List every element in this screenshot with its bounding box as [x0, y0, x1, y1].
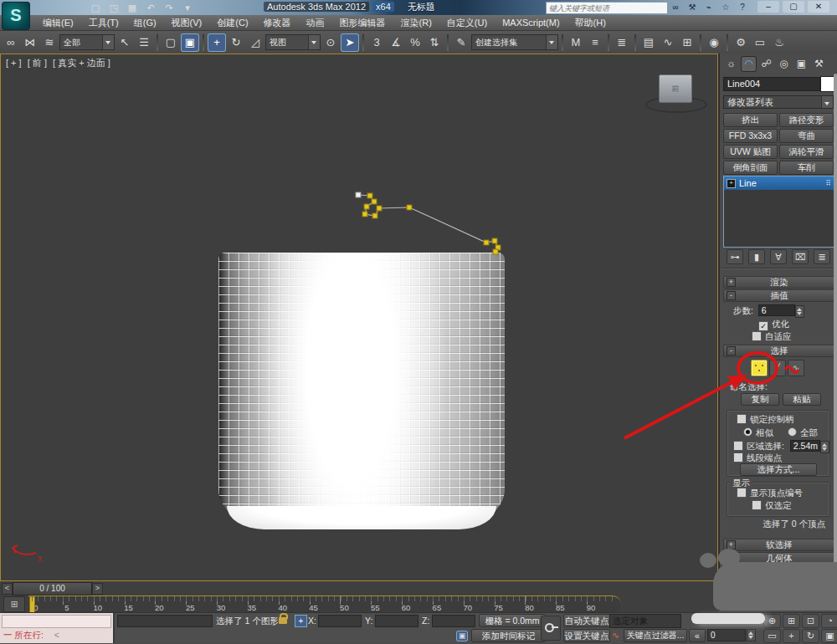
orbit-icon[interactable]: ↻: [802, 629, 819, 643]
spline-vertex[interactable]: [362, 212, 367, 217]
menu-maxscript[interactable]: MAXScript(M): [495, 18, 567, 28]
menu-edit[interactable]: 编辑(E): [35, 17, 81, 29]
absolute-mode-icon[interactable]: +: [295, 615, 307, 627]
select-and-scale-icon[interactable]: ◿: [246, 33, 264, 52]
use-pivot-center-icon[interactable]: ⊙: [321, 33, 340, 52]
key-filters-button[interactable]: 关键点过滤器...: [624, 629, 687, 642]
menu-animation[interactable]: 动画: [299, 17, 332, 29]
prev-frame-button[interactable]: <: [2, 583, 13, 595]
minimize-icon[interactable]: –: [757, 1, 779, 13]
zoom-all-icon[interactable]: ⊞: [783, 614, 800, 628]
keyboard-override-icon[interactable]: ✎: [452, 33, 470, 52]
select-and-move-icon[interactable]: +: [208, 33, 226, 52]
area-threshold-field[interactable]: 2.54m: [790, 440, 820, 452]
close-icon[interactable]: ✕: [808, 1, 829, 13]
modifier-button-7[interactable]: 车削: [779, 161, 834, 175]
fov-icon[interactable]: ◔: [821, 614, 837, 628]
angle-snap-icon[interactable]: ∡: [387, 33, 405, 52]
show-vertex-numbers-checkbox[interactable]: [737, 488, 747, 498]
rollout-soft-selection[interactable]: + 软选择: [723, 539, 835, 551]
communication-icon[interactable]: ⌁: [703, 1, 715, 13]
optimize-checkbox[interactable]: ✓: [758, 321, 768, 331]
transform-z-field[interactable]: [432, 615, 475, 627]
menu-help[interactable]: 帮助(H): [567, 17, 614, 29]
modifier-button-3[interactable]: 弯曲: [779, 129, 834, 143]
spline-first-vertex[interactable]: [356, 192, 361, 197]
vertex-subobject-button[interactable]: [751, 360, 768, 376]
render-setup-icon[interactable]: ⚙: [732, 33, 750, 52]
wrench-icon[interactable]: ⚒: [686, 1, 698, 13]
redo-icon[interactable]: ↷: [162, 1, 177, 14]
panel-scrollbar[interactable]: [834, 74, 837, 580]
select-and-manipulate-icon[interactable]: ➤: [341, 33, 359, 52]
transform-x-field[interactable]: [318, 615, 362, 627]
spline-vertex[interactable]: [493, 249, 498, 254]
menu-modifiers[interactable]: 修改器: [256, 17, 299, 29]
remove-modifier-icon[interactable]: ⌧: [792, 249, 809, 264]
tab-display-icon[interactable]: ▣: [793, 56, 809, 72]
time-cursor[interactable]: [29, 596, 35, 613]
default-in-out-curve-icon[interactable]: ∿: [612, 630, 619, 640]
window-crossing-icon[interactable]: ▣: [181, 33, 199, 52]
track-bar[interactable]: 051015202530354045505560657075808590: [28, 595, 621, 613]
spline-vertex[interactable]: [492, 238, 497, 243]
select-by-name-icon[interactable]: ☰: [135, 33, 153, 52]
percent-snap-icon[interactable]: %: [406, 33, 424, 52]
tab-modify-icon[interactable]: ◠: [741, 56, 757, 72]
zoom-extents-icon[interactable]: ⊡: [802, 614, 819, 628]
menu-rendering[interactable]: 渲染(R): [393, 17, 439, 29]
set-keys-button[interactable]: [541, 616, 561, 641]
spline-vertex[interactable]: [484, 240, 489, 245]
all-radio[interactable]: [788, 427, 797, 437]
selected-objects-dropdown[interactable]: 选定对象: [609, 614, 681, 628]
pan-icon[interactable]: +: [783, 629, 800, 643]
rollout-state[interactable]: -: [727, 346, 736, 355]
spline-vertex[interactable]: [367, 193, 372, 198]
selection-filter-dropdown[interactable]: 全部: [59, 34, 115, 50]
maximize-viewport-icon[interactable]: ▣: [821, 629, 837, 643]
transform-y-field[interactable]: [375, 615, 418, 627]
menu-graph-editors[interactable]: 图形编辑器: [332, 17, 393, 29]
3dsmax-logo[interactable]: S: [2, 2, 30, 30]
next-frame-button[interactable]: >: [92, 583, 103, 595]
copy-button[interactable]: 复制: [741, 393, 779, 406]
mirror-icon[interactable]: M: [567, 33, 585, 52]
select-object-icon[interactable]: ↖: [116, 33, 134, 52]
menu-tools[interactable]: 工具(T): [81, 17, 126, 29]
add-time-tag[interactable]: 添加时间标记: [471, 629, 546, 642]
zoom-region-icon[interactable]: ▭: [763, 629, 781, 643]
modifier-button-0[interactable]: 挤出: [723, 113, 778, 127]
editable-spline[interactable]: [1, 54, 718, 581]
make-unique-icon[interactable]: ∀: [770, 249, 787, 264]
menu-group[interactable]: 组(G): [126, 17, 164, 29]
steps-spinner[interactable]: [795, 305, 804, 318]
segment-subobject-button[interactable]: ╱: [769, 360, 786, 376]
graphite-ribbon-icon[interactable]: ▤: [639, 33, 658, 52]
rollout-interpolation[interactable]: - 插值: [723, 289, 835, 302]
menu-create[interactable]: 创建(C): [209, 17, 255, 29]
curve-editor-icon[interactable]: ∿: [659, 33, 677, 52]
material-editor-icon[interactable]: ◉: [705, 33, 723, 52]
spline-vertex[interactable]: [372, 213, 377, 218]
listener-field[interactable]: [2, 615, 111, 628]
select-and-rotate-icon[interactable]: ↻: [227, 33, 245, 52]
spline-subobject-button[interactable]: ∿: [788, 360, 804, 376]
expand-icon[interactable]: +: [727, 179, 736, 188]
tab-utilities-icon[interactable]: ⚒: [811, 56, 827, 72]
current-frame-field[interactable]: 0: [707, 629, 746, 641]
favorites-icon[interactable]: ☆: [720, 1, 732, 13]
modifier-button-2[interactable]: FFD 3x3x3: [723, 129, 778, 143]
go-to-start-button[interactable]: «: [689, 629, 706, 642]
schematic-view-icon[interactable]: ⊞: [678, 33, 696, 52]
rollout-rendering[interactable]: + 渲染: [723, 276, 835, 289]
pin-stack-icon[interactable]: ⊶: [727, 249, 743, 264]
configure-sets-icon[interactable]: ≣: [814, 249, 830, 264]
modifier-button-1[interactable]: 路径变形: [779, 113, 834, 127]
maxscript-mini-listener[interactable]: 一 所在行: <: [0, 613, 115, 643]
rollout-selection[interactable]: - 选择: [723, 345, 835, 357]
spline-vertex[interactable]: [372, 199, 377, 204]
modifier-list-dropdown[interactable]: 修改器列表: [723, 95, 834, 109]
stack-item-line[interactable]: + Line ⠿: [724, 176, 834, 190]
save-file-icon[interactable]: ▦: [125, 1, 140, 14]
select-by-button[interactable]: 选择方式...: [740, 463, 817, 476]
